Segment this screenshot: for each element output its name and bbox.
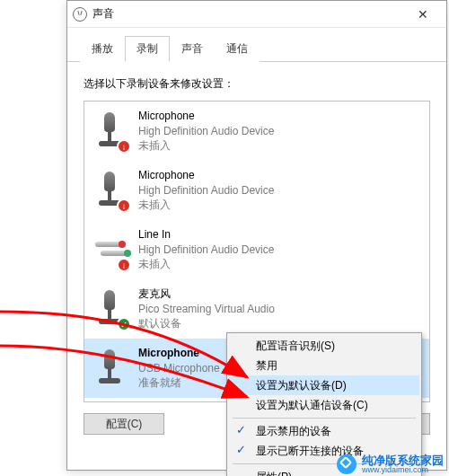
tab-label: 通信: [226, 42, 248, 55]
cm-disable[interactable]: 禁用: [229, 356, 419, 375]
tab-label: 播放: [92, 42, 113, 55]
status-badge-default: ✓: [117, 317, 131, 331]
device-desc: High Definition Audio Device: [138, 124, 420, 139]
tab-label: 录制: [136, 42, 158, 55]
cm-show-disabled[interactable]: 显示禁用的设备: [229, 421, 419, 441]
cm-label: 禁用: [256, 358, 277, 374]
device-name: Microphone: [138, 109, 420, 124]
cm-configure-speech[interactable]: 配置语音识别(S): [229, 336, 419, 356]
device-status: 默认设备: [138, 316, 420, 331]
panel-instruction: 选择以下录制设备来修改设置：: [84, 76, 430, 92]
device-row[interactable]: ↓ Microphone High Definition Audio Devic…: [84, 101, 429, 161]
cm-label: 设置为默认通信设备(C): [256, 398, 368, 413]
device-row[interactable]: ✓ 麦克风 Pico Streaming Virtual Audio 默认设备: [84, 279, 429, 339]
status-badge-unplugged: ↓: [117, 258, 131, 272]
microphone-icon: ✓: [93, 288, 129, 330]
tab-label: 声音: [181, 42, 203, 55]
line-in-icon: ↓: [93, 229, 129, 270]
watermark-url: www.yidaimei.com: [362, 466, 444, 474]
titlebar: 声音 ✕: [67, 1, 446, 28]
cm-set-default-comm-device[interactable]: 设置为默认通信设备(C): [229, 395, 419, 415]
microphone-icon: ↓: [93, 170, 129, 211]
close-button[interactable]: ✕: [405, 2, 441, 27]
device-name: 麦克风: [138, 286, 420, 302]
device-desc: Pico Streaming Virtual Audio: [138, 302, 420, 317]
device-status: 未插入: [138, 257, 420, 272]
device-desc: High Definition Audio Device: [138, 242, 420, 258]
device-row[interactable]: ↓ Line In High Definition Audio Device 未…: [84, 220, 429, 279]
device-status: 未插入: [138, 198, 420, 213]
tab-sounds[interactable]: 声音: [170, 36, 215, 62]
cm-separator: [233, 418, 416, 419]
device-row[interactable]: ↓ Microphone High Definition Audio Devic…: [84, 161, 429, 220]
watermark-logo-icon: [337, 454, 357, 474]
status-badge-unplugged: ↓: [117, 139, 131, 154]
status-badge-unplugged: ↓: [117, 198, 131, 213]
microphone-icon: [93, 348, 129, 389]
device-name: Line In: [138, 227, 420, 242]
tab-playback[interactable]: 播放: [80, 36, 125, 62]
cm-set-default-device[interactable]: 设置为默认设备(D): [229, 375, 419, 395]
cm-label: 配置语音识别(S): [256, 339, 335, 354]
configure-button[interactable]: 配置(C): [84, 413, 164, 435]
cm-label: 显示禁用的设备: [256, 424, 331, 439]
cm-label: 属性(P): [256, 470, 292, 477]
tab-strip: 播放 录制 声音 通信: [67, 28, 446, 62]
watermark: 纯净版系统家园 www.yidaimei.com: [337, 454, 444, 474]
microphone-icon: ↓: [93, 110, 129, 152]
tab-communications[interactable]: 通信: [215, 36, 260, 62]
tab-recording[interactable]: 录制: [125, 36, 170, 62]
cm-label: 设置为默认设备(D): [256, 378, 347, 393]
window-title: 声音: [92, 6, 114, 22]
speaker-icon: [73, 7, 87, 22]
button-label: 配置(C): [106, 417, 143, 432]
device-status: 未插入: [138, 138, 420, 154]
device-desc: High Definition Audio Device: [138, 183, 420, 198]
device-name: Microphone: [138, 168, 420, 183]
